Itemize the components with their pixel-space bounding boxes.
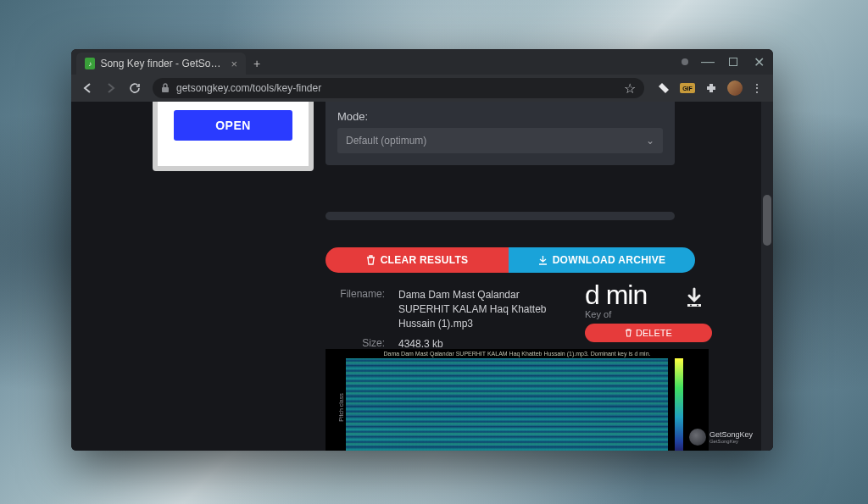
avatar[interactable] (727, 80, 743, 96)
spectrogram-body: Pitch class (326, 358, 709, 451)
url-text: getsongkey.com/tools/key-finder (176, 82, 321, 94)
svg-point-4 (697, 305, 698, 307)
extension-icons: GIF ⋮ (651, 80, 768, 96)
svg-rect-0 (730, 58, 737, 66)
addressbar: getsongkey.com/tools/key-finder ☆ GIF ⋮ (71, 75, 773, 102)
action-buttons: CLEAR RESULTS DOWNLOAD ARCHIVE (326, 247, 695, 273)
new-tab-button[interactable]: + (246, 53, 268, 75)
colorbar (675, 358, 683, 451)
brand-sub: GetSongKey (709, 439, 753, 444)
download-result-button[interactable] (683, 286, 705, 308)
chevron-down-icon: ⌄ (646, 135, 654, 147)
spectrogram: Dama Dam Mast Qalandar SUPERHIT KALAM Ha… (326, 349, 709, 451)
close-icon[interactable]: × (231, 58, 237, 70)
logo-icon (689, 429, 706, 446)
spectrogram-plot (346, 358, 668, 451)
browser-tab[interactable]: ♪ Song Key finder - GetSongKEY × (76, 53, 246, 75)
gif-icon[interactable]: GIF (680, 83, 695, 93)
brand-logo[interactable]: GetSongKey GetSongKey (689, 429, 753, 446)
menu-dots-icon[interactable]: ⋮ (751, 81, 763, 95)
tab-title: Song Key finder - GetSongKEY (100, 58, 225, 69)
scrollbar-thumb[interactable] (763, 195, 771, 246)
mode-label: Mode: (337, 110, 663, 123)
star-icon[interactable]: ☆ (624, 80, 636, 97)
download-archive-button[interactable]: DOWNLOAD ARCHIVE (509, 247, 695, 273)
close-button[interactable]: ✕ (746, 49, 771, 75)
window-controls: — ✕ (682, 49, 773, 75)
brand-name: GetSongKey (709, 431, 753, 439)
lock-icon (161, 83, 170, 93)
open-button[interactable]: OPEN (174, 110, 292, 141)
back-button[interactable] (76, 77, 98, 99)
mode-value: Default (optimum) (346, 135, 426, 147)
key-sub: Key of (585, 309, 712, 319)
url-input[interactable]: getsongkey.com/tools/key-finder ☆ (153, 78, 644, 98)
reload-button[interactable] (124, 77, 146, 99)
tag-icon[interactable] (656, 80, 671, 96)
svg-rect-2 (687, 304, 701, 307)
download-icon (538, 255, 548, 265)
progress-bar (326, 212, 675, 220)
file-info: Filename: Dama Dam Mast Qalandar SUPERHI… (334, 288, 571, 358)
filename-value: Dama Dam Mast Qalandar SUPERHIT KALAM Ha… (398, 288, 571, 330)
page-viewport: OPEN Mode: Default (optimum) ⌄ CLEAR RES… (71, 102, 773, 451)
spectrogram-title: Dama Dam Mast Qalandar SUPERHIT KALAM Ha… (326, 349, 709, 358)
extensions-icon[interactable] (704, 80, 719, 96)
account-indicator-icon[interactable] (682, 58, 688, 65)
minimize-button[interactable]: — (695, 49, 721, 75)
trash-icon (625, 329, 632, 337)
trash-icon (366, 255, 376, 265)
clear-results-button[interactable]: CLEAR RESULTS (326, 247, 509, 273)
svg-point-3 (690, 305, 692, 307)
browser-window: ♪ Song Key finder - GetSongKEY × + — ✕ g… (71, 49, 773, 451)
svg-rect-1 (162, 87, 169, 92)
maximize-button[interactable] (721, 49, 746, 75)
tabbar: ♪ Song Key finder - GetSongKEY × + (71, 49, 682, 75)
filename-label: Filename: (334, 288, 385, 330)
forward-button[interactable] (100, 77, 122, 99)
favicon: ♪ (85, 58, 95, 69)
spectrogram-ylabel: Pitch class (338, 393, 344, 421)
mode-select[interactable]: Default (optimum) ⌄ (337, 128, 663, 153)
delete-button[interactable]: DELETE (585, 324, 712, 342)
page-content: OPEN Mode: Default (optimum) ⌄ CLEAR RES… (71, 102, 761, 451)
titlebar: ♪ Song Key finder - GetSongKEY × + — ✕ (71, 49, 773, 75)
vertical-scrollbar[interactable] (761, 102, 773, 451)
open-file-card: OPEN (153, 102, 314, 171)
mode-panel: Mode: Default (optimum) ⌄ (326, 102, 675, 165)
